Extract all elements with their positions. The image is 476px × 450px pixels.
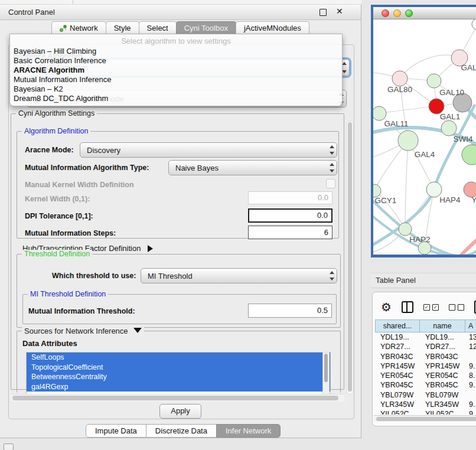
- table-row[interactable]: YBR045CYBR045C9.: [375, 380, 476, 390]
- aracne-mode-combobox[interactable]: Discovery: [80, 142, 337, 158]
- attribute-item[interactable]: gal4RGexp: [27, 382, 330, 392]
- app-toolbar-remnant: [0, 0, 361, 5]
- network-node[interactable]: [392, 71, 407, 86]
- table-column-header[interactable]: name: [419, 319, 465, 332]
- chevron-down-icon[interactable]: [133, 328, 142, 333]
- tab-select[interactable]: Select: [139, 21, 177, 35]
- gear-icon[interactable]: ⚙: [381, 301, 392, 313]
- table-cell: YDL19...: [375, 332, 419, 342]
- table-cell: YBR045C: [419, 380, 465, 390]
- tab-impute-data[interactable]: Impute Data: [86, 424, 146, 438]
- table-row[interactable]: YDR27...YDR27...12: [375, 342, 476, 351]
- network-node[interactable]: [441, 120, 457, 136]
- table-cell: YIL052C: [419, 409, 465, 415]
- checked-checkboxes-icon[interactable]: ✓✓: [423, 304, 439, 311]
- network-node[interactable]: [398, 131, 418, 151]
- tab-infer-network[interactable]: Infer Network: [216, 424, 281, 438]
- float-window-icon[interactable]: [319, 9, 327, 16]
- table-row[interactable]: YPR145WYPR145W9.: [375, 361, 476, 371]
- tab-style[interactable]: Style: [106, 21, 139, 35]
- minimize-traffic-light-icon[interactable]: [393, 9, 401, 17]
- network-node-label: SWI4: [453, 135, 472, 144]
- mi-threshold-field[interactable]: 0.5: [248, 304, 332, 318]
- table-cell: YER054C: [375, 371, 419, 380]
- table-cell: YBR043C: [419, 352, 465, 361]
- network-node[interactable]: [399, 223, 412, 236]
- group-title: Cyni Algorithm Settings: [16, 109, 97, 118]
- list-scrollbar[interactable]: [322, 352, 330, 395]
- network-canvas[interactable]: GALGAL80GAL10GAL1GAL11SWI4GAL4GCY1HAP4YH…: [373, 19, 476, 255]
- mi-steps-field[interactable]: 6: [248, 226, 332, 239]
- popup-item[interactable]: Dream8 DC_TDC Algorithm: [10, 94, 342, 103]
- zoom-traffic-light-icon[interactable]: [405, 9, 413, 17]
- unchecked-checkboxes-icon[interactable]: [449, 304, 464, 311]
- table-body[interactable]: YDL19...YDL19...13YDR27...YDR27...12YBR0…: [375, 332, 476, 415]
- table-cell: 9.: [465, 380, 476, 390]
- tab-network[interactable]: Network: [51, 21, 106, 35]
- table-cell: 9.: [465, 409, 476, 415]
- table-row[interactable]: YER054CYER054C8.: [375, 371, 476, 380]
- settings-hscrollbar[interactable]: [11, 394, 344, 402]
- list-scrollbar-thumb[interactable]: [324, 354, 328, 382]
- network-icon: [60, 25, 67, 32]
- table-hscrollbar[interactable]: [374, 415, 476, 422]
- network-edge[interactable]: [379, 106, 436, 113]
- tab-label: jActiveMNodules: [244, 22, 301, 34]
- table-row[interactable]: YBL079WYBL079W: [375, 390, 476, 400]
- network-node[interactable]: [427, 74, 441, 88]
- tab-cyni-toolbox[interactable]: Cyni Toolbox: [176, 21, 236, 35]
- table-cell: [465, 352, 476, 361]
- control-panel-tabbar: Network Style Select Cyni Toolbox jActiv…: [52, 21, 309, 35]
- close-traffic-light-icon[interactable]: [382, 9, 389, 17]
- tab-jactivemnodules[interactable]: jActiveMNodules: [236, 21, 309, 35]
- table-column-header[interactable]: A: [465, 319, 476, 332]
- table-cell: YBR045C: [375, 380, 419, 390]
- which-threshold-combobox[interactable]: MI Threshold: [141, 268, 337, 283]
- table-row[interactable]: YLR345WYLR345W9.: [375, 400, 476, 409]
- mi-type-label: Mutual Information Algorithm Type:: [25, 164, 149, 172]
- network-edge[interactable]: [405, 141, 408, 229]
- tab-label: Select: [147, 22, 168, 34]
- group-title: Algorithm Definition: [22, 127, 90, 135]
- network-node[interactable]: [472, 19, 476, 30]
- apply-button[interactable]: Apply: [159, 404, 201, 419]
- network-node[interactable]: [462, 145, 476, 165]
- popup-item[interactable]: Bayesian – Hill Climbing: [10, 47, 342, 56]
- table-hscrollbar-thumb[interactable]: [376, 417, 476, 421]
- close-icon[interactable]: ✕: [336, 6, 343, 16]
- popup-item[interactable]: Bayesian – K2: [10, 84, 342, 94]
- algorithm-dropdown-popup: Select algorithm to view settings Bayesi…: [9, 34, 343, 106]
- kernel-width-field[interactable]: 0.0: [248, 191, 332, 204]
- dpi-tolerance-field[interactable]: 0.0: [248, 208, 332, 223]
- attribute-item[interactable]: SelfLoops: [27, 353, 330, 363]
- kernel-width-label: Kernel Width (0,1):: [25, 195, 90, 203]
- settings-vscrollbar[interactable]: [346, 120, 354, 394]
- manual-kernel-checkbox[interactable]: [326, 179, 335, 188]
- node-table: shared...nameA YDL19...YDL19...13YDR27..…: [375, 319, 476, 332]
- table-cell: YBL079W: [419, 390, 465, 400]
- combobox-arrows-icon: [327, 143, 337, 157]
- table-column-header[interactable]: shared...: [375, 319, 419, 332]
- data-attributes-label: Data Attributes: [22, 339, 77, 348]
- network-node[interactable]: [373, 106, 386, 120]
- popup-item[interactable]: Basic Correlation Inference: [10, 56, 342, 66]
- dock-panel-icon[interactable]: [4, 444, 14, 450]
- settings-vscrollbar-thumb[interactable]: [348, 122, 352, 392]
- table-row[interactable]: YDL19...YDL19...13: [375, 332, 476, 342]
- settings-hscrollbar-thumb[interactable]: [12, 396, 338, 400]
- popup-item[interactable]: ARACNE Algorithm: [10, 66, 342, 75]
- sources-title: Sources for Network Inference: [24, 327, 128, 335]
- tab-discretize-data[interactable]: Discretize Data: [146, 424, 217, 438]
- table-row[interactable]: YIL052CYIL052C9.: [375, 409, 476, 415]
- mi-type-combobox[interactable]: Naive Bayes: [168, 160, 337, 175]
- attribute-item[interactable]: BetweennessCentrality: [27, 372, 330, 382]
- network-node-label: HAP2: [409, 235, 430, 244]
- app-root: { "control_panel": { "title": "Control P…: [0, 0, 476, 450]
- attribute-item[interactable]: TopologicalCoefficient: [27, 363, 330, 373]
- table-row[interactable]: YBR043CYBR043C: [375, 352, 476, 361]
- network-view-window: GALGAL80GAL10GAL1GAL11SWI4GAL4GCY1HAP4YH…: [371, 5, 476, 257]
- popup-item[interactable]: Mutual Information Inference: [10, 75, 342, 84]
- split-view-icon[interactable]: [402, 301, 413, 313]
- table-cell: 8.: [465, 371, 476, 380]
- data-attributes-list[interactable]: SelfLoopsTopologicalCoefficientBetweenne…: [26, 352, 331, 395]
